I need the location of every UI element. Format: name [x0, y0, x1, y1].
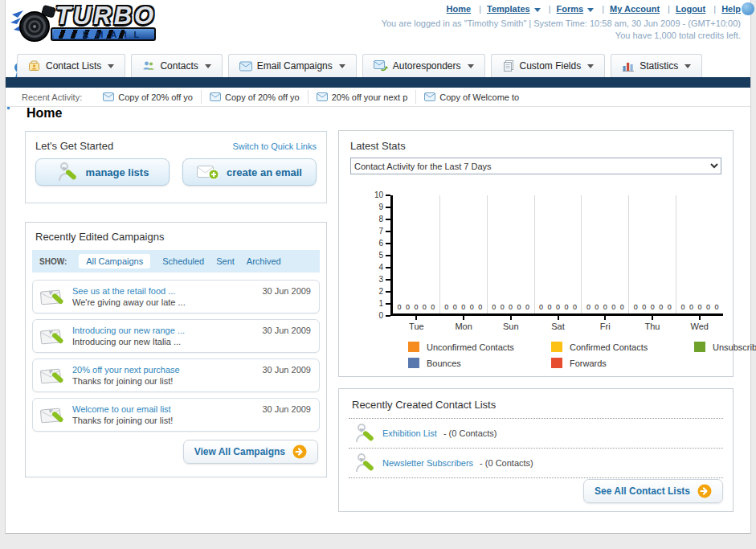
value-label: 0	[492, 303, 496, 311]
campaign-filter-tab[interactable]: Scheduled	[162, 256, 204, 266]
contact-lists-title: Recently Created Contact Lists	[339, 389, 733, 418]
legend-swatch	[551, 342, 562, 352]
y-tick-label: 6	[378, 240, 383, 248]
campaign-row[interactable]: See us at the retail food ... We're givi…	[32, 280, 320, 313]
stats-period-select[interactable]: Contact Activity for the Last 7 Days	[350, 158, 721, 174]
recent-activity-item[interactable]: Copy of 20% off yo	[201, 90, 308, 103]
nav-tab[interactable]: Email Campaigns	[228, 54, 357, 77]
arrow-circle-icon	[697, 484, 712, 498]
campaign-title-link[interactable]: Introducing our new range ...	[72, 325, 185, 336]
contact-lists-icon	[28, 59, 41, 72]
chevron-down-icon	[108, 64, 114, 68]
value-label: 0	[659, 303, 663, 311]
manage-lists-button[interactable]: manage lists	[35, 158, 170, 186]
recent-activity-item[interactable]: Copy of Welcome to	[415, 90, 527, 103]
chart-group: 00000	[676, 195, 723, 313]
campaign-title-link[interactable]: See us at the retail food ...	[72, 285, 186, 297]
switch-to-quick-links-link[interactable]: Switch to Quick Links	[232, 141, 317, 151]
value-label: 0	[509, 303, 513, 311]
nav-tab[interactable]: Custom Fields	[491, 54, 606, 77]
nav-tab[interactable]: Contact Lists	[17, 54, 125, 77]
nav-tab[interactable]: Autoresponders	[362, 54, 485, 77]
logo-email-bar: EMAIL	[51, 27, 156, 41]
contact-list-count: - (0 Contacts)	[443, 428, 497, 438]
value-label: 0	[453, 303, 457, 311]
nav-tab[interactable]: Contacts	[131, 54, 222, 77]
header-link[interactable]: Logout	[662, 4, 705, 14]
y-tick-label: 8	[378, 215, 383, 223]
legend-label: Unsubscribes	[713, 342, 756, 352]
value-label: 0	[397, 303, 401, 311]
contact-list-row[interactable]: Exhibition List - (0 Contacts)	[349, 419, 723, 449]
campaign-filter-tab[interactable]: Sent	[216, 256, 235, 266]
recent-activity-label: Recent Activity:	[22, 92, 82, 102]
value-label: 0	[517, 303, 521, 311]
campaign-list: See us at the retail food ... We're givi…	[26, 272, 326, 432]
show-label: SHOW:	[39, 257, 67, 266]
legend-item: Unsubscribes	[694, 342, 756, 352]
value-label: 0	[525, 303, 529, 311]
header-link[interactable]: Home	[447, 4, 472, 14]
value-label: 0	[548, 303, 552, 311]
help-bubble[interactable]	[742, 2, 754, 15]
recent-activity-item[interactable]: Copy of 20% off yo	[95, 90, 201, 103]
view-all-campaigns-button[interactable]: View All Campaigns	[183, 440, 318, 464]
value-label: 0	[586, 303, 590, 311]
y-tick-label: 4	[378, 264, 383, 272]
legend-label: Bounces	[427, 358, 461, 368]
x-tick-label: Sat	[551, 322, 565, 331]
campaign-edit-icon	[39, 324, 68, 348]
header-link[interactable]: Templates	[473, 4, 540, 14]
campaign-row[interactable]: Welcome to our email list Thanks for joi…	[32, 398, 320, 432]
campaign-filter-tab[interactable]: Archived	[247, 256, 281, 266]
nav-tab[interactable]: Statistics	[611, 54, 702, 77]
chart-legend: Unconfirmed ContactsConfirmed ContactsUn…	[408, 342, 723, 368]
latest-stats-panel: Latest Stats Contact Activity for the La…	[338, 130, 734, 377]
header-link[interactable]: My Account	[596, 4, 660, 14]
y-axis: 109876543210	[370, 195, 390, 316]
logo-wordmark: TURBO	[51, 2, 156, 30]
y-tick-label: 7	[378, 227, 383, 236]
campaign-row[interactable]: 20% off your next purchase Thanks for jo…	[32, 358, 320, 392]
campaign-edit-icon	[39, 363, 68, 387]
legend-label: Unconfirmed Contacts	[427, 342, 514, 352]
x-tick-label: Sun	[503, 322, 519, 331]
contact-list-row[interactable]: Newsletter Subscribers - (0 Contacts)	[349, 449, 723, 478]
value-label: 0	[595, 303, 599, 311]
header-link[interactable]: Forms	[543, 4, 594, 14]
turbo-email-logo[interactable]: TURBO EMAIL	[10, 2, 156, 45]
x-tick-label: Thu	[644, 322, 660, 331]
value-label: 0	[501, 303, 505, 311]
create-email-icon	[197, 164, 219, 180]
campaign-date: 30 Jun 2009	[262, 365, 311, 375]
value-label: 0	[714, 303, 718, 311]
campaign-subtitle: Introducing our new Italia ...	[72, 336, 185, 347]
legend-item: Bounces	[408, 358, 551, 368]
page: TURBO EMAIL Home Templates Forms My Acco…	[5, 0, 751, 534]
header-link[interactable]: Help	[708, 4, 741, 14]
legend-label: Confirmed Contacts	[570, 342, 648, 352]
campaign-date: 30 Jun 2009	[262, 286, 311, 296]
manage-lists-icon	[56, 161, 79, 183]
see-all-contact-lists-button[interactable]: See All Contact Lists	[583, 479, 723, 503]
campaign-title-link[interactable]: Welcome to our email list	[72, 404, 173, 415]
value-label: 0	[444, 303, 448, 311]
arrow-circle-icon	[292, 445, 307, 459]
value-label: 0	[603, 303, 607, 311]
campaign-row[interactable]: Introducing our new range ... Introducin…	[32, 319, 320, 353]
value-label: 0	[478, 303, 482, 311]
recent-activity-item[interactable]: 20% off your next p	[308, 90, 416, 103]
campaign-filter-tab[interactable]: All Campaigns	[79, 254, 150, 268]
envelope-icon	[317, 92, 328, 101]
latest-stats-title: Latest Stats	[339, 131, 733, 158]
value-label: 0	[431, 303, 435, 311]
contact-list-link[interactable]: Exhibition List	[382, 428, 437, 438]
value-label: 0	[564, 303, 568, 311]
create-email-button[interactable]: create an email	[182, 158, 317, 186]
envelope-icon	[424, 92, 435, 101]
value-label: 0	[706, 303, 710, 311]
campaign-title-link[interactable]: 20% off your next purchase	[72, 364, 180, 375]
value-label: 0	[423, 303, 427, 311]
contact-list-link[interactable]: Newsletter Subscribers	[382, 458, 473, 468]
email-campaigns-icon	[239, 61, 252, 72]
